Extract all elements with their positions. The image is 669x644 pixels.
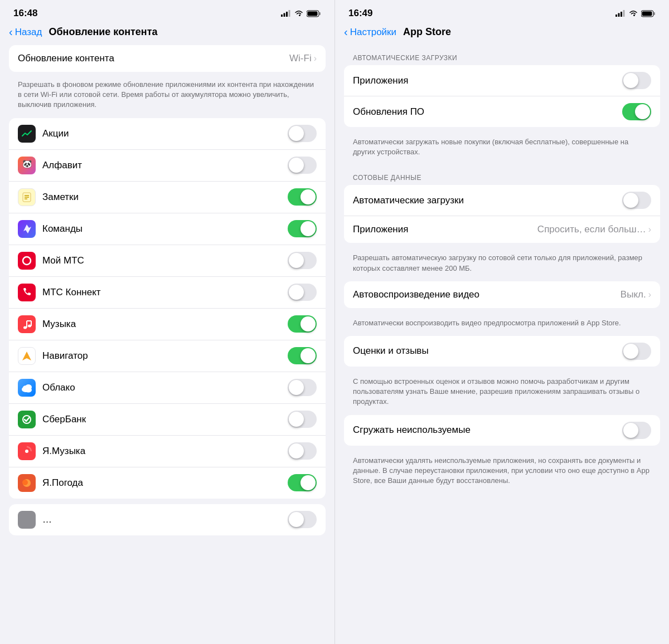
svg-point-29 xyxy=(22,480,28,485)
background-refresh-row[interactable]: Обновление контента Wi-Fi › xyxy=(9,45,326,72)
unknown-label: … xyxy=(42,514,288,525)
navigator-icon xyxy=(18,347,36,365)
mts-toggle[interactable] xyxy=(288,252,317,269)
video-autoplay-card: Автовоспроизведение видео Выкл. › xyxy=(344,281,660,308)
left-status-bar: 16:48 xyxy=(0,0,334,23)
cellular-description: Разрешать автоматическую загрузку по сот… xyxy=(344,248,660,281)
apps-cellular-value: Спросить, если больш… xyxy=(537,224,646,235)
offload-toggle[interactable] xyxy=(622,422,651,439)
app-list-card: Акции 🐼 Алфавит Заметки xyxy=(9,118,326,499)
right-page-title: App Store xyxy=(403,26,451,38)
main-setting-chevron-icon: › xyxy=(314,53,317,64)
list-item: … xyxy=(9,504,326,535)
ya-weather-label: Я.Погода xyxy=(42,477,288,489)
apps-auto-toggle[interactable] xyxy=(622,72,651,89)
auto-downloads-cellular-row: Автоматические загрузки xyxy=(344,185,660,216)
left-back-button[interactable]: ‹ Назад xyxy=(9,26,42,38)
right-status-icons xyxy=(615,10,656,17)
main-setting-value: Wi-Fi xyxy=(289,53,312,64)
apps-cellular-row[interactable]: Приложения Спросить, если больш… › xyxy=(344,216,660,243)
shortcuts-label: Команды xyxy=(42,223,288,235)
mts-icon xyxy=(18,252,36,270)
stocks-toggle[interactable] xyxy=(288,125,317,142)
offload-card: Сгружать неиспользуемые xyxy=(344,415,660,446)
sber-toggle[interactable] xyxy=(288,411,317,428)
mts-connect-label: МТС Коннект xyxy=(42,287,288,298)
video-autoplay-chevron-icon: › xyxy=(648,290,651,300)
alphabet-label: Алфавит xyxy=(42,160,288,171)
ratings-toggle[interactable] xyxy=(622,343,651,360)
list-item: Акции xyxy=(9,118,326,150)
auto-downloads-description: Автоматически загружать новые покупки (в… xyxy=(344,133,660,165)
software-updates-row: Обновления ПО xyxy=(344,96,660,127)
apps-cellular-label: Приложения xyxy=(353,224,537,235)
mts-connect-icon xyxy=(18,284,36,301)
svg-rect-6 xyxy=(308,11,318,16)
apps-auto-label: Приложения xyxy=(353,75,622,86)
left-page-title: Обновление контента xyxy=(49,26,157,38)
sber-label: СберБанк xyxy=(42,414,288,425)
svg-rect-36 xyxy=(642,11,652,16)
background-refresh-description: Разрешать в фоновом режиме обновление пр… xyxy=(9,75,326,118)
list-item: 🐼 Алфавит xyxy=(9,150,326,182)
list-item: МТС Коннект xyxy=(9,277,326,309)
ya-music-icon xyxy=(18,442,36,460)
notes-icon xyxy=(18,188,36,206)
alphabet-toggle[interactable] xyxy=(288,157,317,174)
music-label: Музыка xyxy=(42,319,288,330)
cloud-icon xyxy=(18,379,36,397)
offload-label: Сгружать неиспользуемые xyxy=(353,425,622,436)
list-item: Мой МТС xyxy=(9,245,326,277)
right-time: 16:49 xyxy=(348,8,372,19)
unknown-toggle[interactable] xyxy=(288,511,317,528)
cellular-header: СОТОВЫЕ ДАННЫЕ xyxy=(344,165,660,185)
mts-label: Мой МТС xyxy=(42,255,288,266)
svg-point-27 xyxy=(25,450,28,453)
right-content: АВТОМАТИЧЕСКИЕ ЗАГРУЗКИ Приложения Обнов… xyxy=(335,45,669,644)
notes-label: Заметки xyxy=(42,192,288,203)
list-item: Заметки xyxy=(9,182,326,213)
svg-rect-5 xyxy=(319,12,321,15)
auto-downloads-cellular-toggle[interactable] xyxy=(622,192,651,209)
music-icon xyxy=(18,315,36,333)
offload-row: Сгружать неиспользуемые xyxy=(344,415,660,446)
right-back-label: Настройки xyxy=(350,27,396,38)
list-item: Я.Погода xyxy=(9,467,326,499)
music-toggle[interactable] xyxy=(288,315,317,333)
mts-connect-toggle[interactable] xyxy=(288,284,317,301)
list-item: Облако xyxy=(9,372,326,404)
cloud-toggle[interactable] xyxy=(288,379,317,396)
svg-rect-3 xyxy=(289,10,290,17)
left-time: 16:48 xyxy=(13,8,37,19)
ya-weather-toggle[interactable] xyxy=(288,474,317,491)
ya-music-toggle[interactable] xyxy=(288,442,317,460)
svg-rect-1 xyxy=(284,13,285,17)
wifi-icon xyxy=(629,10,638,17)
alphabet-icon: 🐼 xyxy=(18,157,36,174)
auto-downloads-header: АВТОМАТИЧЕСКИЕ ЗАГРУЗКИ xyxy=(344,45,660,65)
ratings-description: С помощью встроенных оценок и отзывов мо… xyxy=(344,372,660,415)
signal-icon xyxy=(615,10,626,17)
list-item: СберБанк xyxy=(9,404,326,436)
svg-rect-2 xyxy=(286,12,288,17)
notes-toggle[interactable] xyxy=(288,188,317,206)
navigator-label: Навигатор xyxy=(42,350,288,362)
battery-icon xyxy=(641,10,656,17)
left-content: Обновление контента Wi-Fi › Разрешать в … xyxy=(0,45,334,644)
video-description: Автоматически воспроизводить видео предп… xyxy=(344,314,660,336)
list-item: Навигатор xyxy=(9,340,326,372)
wifi-icon xyxy=(294,10,303,17)
svg-point-24 xyxy=(25,384,32,390)
left-screen: 16:48 ‹ На xyxy=(0,0,334,644)
main-setting-label: Обновление контента xyxy=(18,53,289,64)
right-back-button[interactable]: ‹ Настройки xyxy=(344,26,396,38)
video-autoplay-row[interactable]: Автовоспроизведение видео Выкл. › xyxy=(344,281,660,308)
navigator-toggle[interactable] xyxy=(288,347,317,364)
cloud-label: Облако xyxy=(42,382,288,393)
svg-rect-32 xyxy=(620,12,622,17)
shortcuts-toggle[interactable] xyxy=(288,220,317,237)
list-item: Музыка xyxy=(9,309,326,340)
svg-point-14 xyxy=(23,257,31,265)
signal-icon xyxy=(281,10,291,17)
software-updates-toggle[interactable] xyxy=(622,103,651,120)
